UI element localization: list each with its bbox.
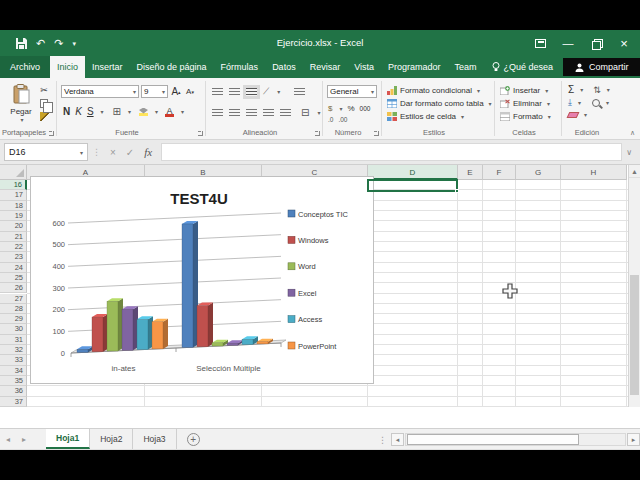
row-header-25[interactable]: 25 [0, 273, 27, 283]
comma-style-icon[interactable]: 000 [360, 105, 371, 112]
wrap-text-icon[interactable] [294, 88, 305, 96]
orientation-dropdown-icon[interactable]: ▾ [277, 88, 280, 95]
find-select-icon[interactable] [592, 99, 600, 107]
vertical-scroll-thumb[interactable] [630, 275, 639, 395]
underline-button[interactable]: S [87, 106, 94, 117]
merge-center-icon[interactable]: ⊟ [301, 107, 309, 118]
chart-object[interactable]: TEST4U0100200300400500600in-atesSelecció… [30, 176, 374, 384]
font-size-combo[interactable]: 9▾ [141, 85, 168, 98]
tab-team[interactable]: Team [448, 56, 484, 78]
format-painter-icon[interactable] [38, 111, 50, 121]
grow-font-icon[interactable]: A▴ [170, 85, 182, 98]
increase-indent-icon[interactable] [280, 109, 291, 117]
number-format-combo[interactable]: General▾ [327, 85, 377, 98]
decrease-indent-icon[interactable] [263, 109, 274, 117]
row-header-18[interactable]: 18 [0, 201, 27, 211]
confirm-entry-icon[interactable]: ✓ [126, 147, 134, 158]
accounting-format-icon[interactable]: $ [328, 104, 332, 113]
close-icon[interactable]: × [610, 30, 638, 56]
orientation-icon[interactable]: ⟋ [263, 86, 269, 97]
ribbon-display-options-icon[interactable] [526, 30, 554, 56]
fill-color-icon[interactable] [139, 108, 148, 116]
row-header-16[interactable]: 16 [0, 180, 27, 190]
align-center-icon[interactable] [229, 109, 240, 117]
paste-button[interactable]: Pegar ▾ [6, 84, 36, 123]
align-bottom-icon[interactable] [246, 88, 257, 96]
vertical-scrollbar[interactable]: ▲ [628, 165, 640, 407]
row-header-30[interactable]: 30 [0, 324, 27, 334]
minimize-icon[interactable]: — [554, 30, 582, 56]
font-dialog-launcher-icon[interactable] [198, 131, 203, 136]
expand-formula-bar-icon[interactable]: ∨ [626, 148, 632, 157]
sheet-nav-right-icon[interactable]: ▸ [16, 429, 32, 449]
font-color-dropdown-icon[interactable]: ▾ [181, 108, 184, 115]
cell-styles-button[interactable]: Estilos de celda▾ [387, 110, 464, 122]
conditional-formatting-button[interactable]: Formato condicional▾ [387, 84, 480, 96]
column-header-F[interactable]: F [483, 165, 516, 180]
row-header-36[interactable]: 36 [0, 386, 27, 396]
paste-dropdown-icon[interactable]: ▾ [8, 116, 36, 123]
column-header-H[interactable]: H [561, 165, 627, 180]
row-header-32[interactable]: 32 [0, 345, 27, 355]
horizontal-scrollbar[interactable]: ⋮ ◂ ▸ [378, 429, 640, 450]
font-name-combo[interactable]: Verdana▾ [61, 85, 139, 98]
splitter-dots-icon[interactable]: ⋮ [378, 435, 387, 445]
font-color-icon[interactable]: A [165, 107, 174, 117]
align-left-icon[interactable] [212, 109, 223, 117]
row-header-33[interactable]: 33 [0, 355, 27, 365]
select-all-corner[interactable] [0, 165, 27, 180]
fill-down-icon[interactable]: ⤓ [568, 97, 572, 108]
row-header-19[interactable]: 19 [0, 211, 27, 221]
tab-dise-o-de-p-gina[interactable]: Diseño de página [130, 56, 214, 78]
accounting-dropdown-icon[interactable]: ▾ [339, 105, 342, 112]
clipboard-dialog-launcher-icon[interactable] [49, 131, 54, 136]
copy-icon[interactable] [38, 98, 50, 108]
column-header-G[interactable]: G [516, 165, 561, 180]
scroll-left-icon[interactable]: ◂ [391, 433, 404, 446]
row-header-20[interactable]: 20 [0, 221, 27, 231]
row-header-34[interactable]: 34 [0, 366, 27, 376]
borders-dropdown-icon[interactable]: ▾ [128, 108, 131, 115]
insert-function-icon[interactable]: fx [144, 146, 152, 158]
scroll-right-icon[interactable]: ▸ [627, 433, 640, 446]
row-header-26[interactable]: 26 [0, 283, 27, 293]
borders-icon[interactable]: ⊞ [113, 106, 121, 117]
row-header-28[interactable]: 28 [0, 304, 27, 314]
italic-button[interactable]: K [75, 106, 82, 117]
fill-handle[interactable] [455, 189, 459, 193]
sheet-tab-hoja2[interactable]: Hoja2 [90, 429, 133, 449]
tab-insertar[interactable]: Insertar [85, 56, 130, 78]
decrease-decimal-icon[interactable]: .00 [338, 116, 347, 123]
align-right-icon[interactable] [246, 109, 257, 117]
fill-color-dropdown-icon[interactable]: ▾ [155, 108, 158, 115]
tab-programador[interactable]: Programador [381, 56, 448, 78]
scroll-up-icon[interactable]: ▲ [629, 165, 640, 178]
column-header-D[interactable]: D [368, 165, 458, 180]
sort-filter-icon[interactable]: ⇅ [593, 85, 601, 95]
sheet-nav-left-icon[interactable]: ◂ [0, 429, 16, 449]
row-header-24[interactable]: 24 [0, 263, 27, 273]
row-header-31[interactable]: 31 [0, 335, 27, 345]
row-header-37[interactable]: 37 [0, 397, 27, 407]
tab-archivo[interactable]: Archivo [0, 56, 50, 78]
align-top-icon[interactable] [212, 88, 223, 96]
format-as-table-button[interactable]: Dar formato como tabla▾ [387, 97, 492, 109]
delete-cells-button[interactable]: Eliminar▾ [500, 97, 550, 109]
sheet-tab-hoja3[interactable]: Hoja3 [133, 429, 176, 449]
percent-style-icon[interactable]: % [347, 104, 354, 113]
tab-f-rmulas[interactable]: Fórmulas [214, 56, 266, 78]
tab-datos[interactable]: Datos [265, 56, 303, 78]
tell-me-box[interactable]: ¿Qué desea [484, 56, 562, 78]
underline-dropdown-icon[interactable]: ▾ [101, 108, 104, 115]
new-sheet-button[interactable]: + [187, 433, 200, 446]
cancel-entry-icon[interactable]: × [110, 147, 116, 158]
row-header-29[interactable]: 29 [0, 314, 27, 324]
clear-icon[interactable] [567, 112, 580, 118]
bold-button[interactable]: N [63, 106, 70, 117]
format-cells-button[interactable]: Formato▾ [500, 110, 551, 122]
alignment-dialog-launcher-icon[interactable] [315, 131, 320, 136]
insert-cells-button[interactable]: Insertar▾ [500, 84, 548, 96]
row-header-17[interactable]: 17 [0, 190, 27, 200]
collapse-ribbon-icon[interactable]: ∧ [630, 129, 635, 137]
row-header-22[interactable]: 22 [0, 242, 27, 252]
